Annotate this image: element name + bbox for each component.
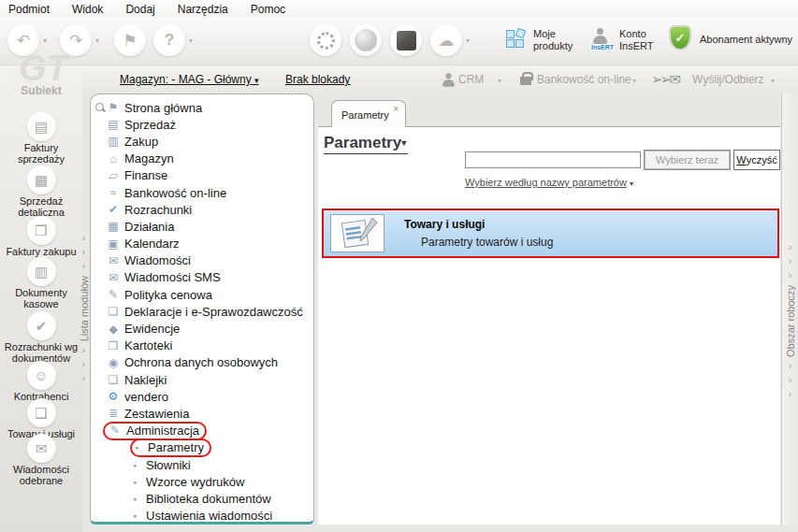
send-receive-menu[interactable]: Wyślij/Odbierz (692, 73, 764, 86)
tree-item-wiadomosci[interactable]: ✉Wiadomości (91, 252, 313, 269)
menu-narzedzia[interactable]: Narzędzia (178, 3, 228, 16)
my-products-label[interactable]: Moje produkty (533, 28, 586, 52)
crm-icon (443, 73, 455, 86)
tree-item-biblioteka-dokumentow[interactable]: Biblioteka dokumentów (91, 490, 313, 507)
banking-caret-icon[interactable] (632, 77, 636, 85)
my-products-icon[interactable] (506, 30, 525, 49)
back-caret-icon[interactable] (43, 36, 47, 45)
brand-label: Subiekt (0, 84, 82, 97)
context-bar: Magazyn: - MAG - Główny ▾ Brak blokady C… (82, 65, 798, 93)
insert-account-label[interactable]: Konto InsERT (619, 28, 662, 52)
sidebar-item-kontrahenci[interactable]: ☺ Kontrahenci (0, 361, 82, 403)
globe-icon (355, 29, 377, 51)
online-services-button[interactable] (350, 24, 382, 56)
back-arrow-icon: ↶ (17, 31, 30, 50)
chevron-right-icon[interactable]: › (789, 271, 791, 280)
bullet-icon (133, 512, 139, 519)
tree-item-finanse[interactable]: ▱Finanse (91, 167, 313, 184)
warehouse-selector[interactable]: Magazyn: - MAG - Główny ▾ (120, 73, 259, 86)
online-banking-icon: ≈ (106, 186, 121, 199)
tab-parametry[interactable]: Parametry × (331, 100, 406, 127)
chevron-right-icon[interactable]: › (789, 243, 791, 252)
parameter-search-input[interactable] (465, 151, 641, 168)
red-annotation-oval: Parametry (130, 439, 211, 457)
tree-item-rozrachunki[interactable]: ✔Rozrachunki (91, 201, 313, 218)
heading-caret-icon[interactable] (401, 137, 406, 148)
menu-podmiot[interactable]: Podmiot (8, 3, 50, 16)
chevron-right-icon[interactable]: › (789, 390, 791, 399)
banking-menu[interactable]: Bankowość on-line (537, 73, 631, 86)
bullet-icon (133, 479, 139, 485)
forward-caret-icon[interactable] (95, 36, 99, 45)
tree-item-deklaracje[interactable]: ❏Deklaracje i e-Sprawozdawczość (91, 303, 313, 320)
chevron-right-icon[interactable]: › (789, 376, 791, 385)
clear-button[interactable]: Wyczyść (733, 150, 780, 170)
sales-invoices-icon: ▤ (27, 112, 56, 141)
sidebar-item-sprzedaz-detaliczna[interactable]: ▦ Sprzedaż detaliczna (0, 165, 82, 218)
workspace-strip-label[interactable]: Obszar roboczy (785, 285, 796, 357)
tree-item-slowniki[interactable]: Słowniki (91, 456, 313, 473)
select-now-button[interactable]: Wybierz teraz (644, 150, 731, 170)
tree-item-ochrona-danych[interactable]: ◉Ochrona danych osobowych (91, 354, 313, 371)
close-tab-icon[interactable]: × (393, 104, 399, 114)
tree-item-ewidencje[interactable]: ◆Ewidencje (91, 320, 313, 337)
tree-item-kalendarz[interactable]: ▣Kalendarz (91, 236, 313, 252)
goods-services-parameter-icon (330, 214, 384, 252)
tree-item-bankowosc[interactable]: ≈Bankowość on-line (91, 184, 313, 201)
subscription-status-label: Abonament aktywny (700, 34, 798, 46)
chevron-right-icon[interactable]: › (82, 374, 85, 383)
tree-item-naklejki[interactable]: ❑Naklejki (91, 371, 313, 388)
subscription-shield-icon[interactable]: ✓ (671, 27, 689, 49)
menu-pomoc[interactable]: Pomoc (251, 3, 285, 16)
chevron-right-icon[interactable]: › (82, 234, 85, 243)
help-caret-icon[interactable] (189, 36, 193, 45)
menu-dodaj[interactable]: Dodaj (125, 3, 154, 16)
vendero-gear-icon: ⚙ (106, 390, 121, 403)
chevron-right-icon[interactable]: › (82, 346, 85, 355)
chevron-right-icon[interactable]: › (82, 360, 85, 369)
forward-arrow-icon: ↷ (69, 31, 82, 50)
lock-status-link[interactable]: Brak blokady (285, 73, 350, 86)
chevron-right-icon[interactable]: › (82, 248, 85, 257)
crm-caret-icon[interactable] (498, 77, 501, 85)
tree-item-sprzedaz[interactable]: ▤Sprzedaż (91, 116, 313, 133)
cash-documents-icon: ▥ (27, 257, 56, 286)
refresh-button[interactable] (310, 24, 341, 56)
cloud-caret-icon[interactable] (466, 36, 470, 45)
tree-item-zakup[interactable]: ▥Zakup (91, 133, 313, 150)
chevron-right-icon[interactable]: › (82, 262, 85, 271)
sidebar-item-rozrachunki[interactable]: ✔ Rozrachunki wg dokumentów (0, 311, 82, 364)
cloud-archive-button[interactable]: ☁ (430, 24, 462, 56)
crm-menu[interactable]: CRM (458, 73, 484, 86)
menu-widok[interactable]: Widok (72, 3, 103, 16)
purchase-invoices-icon: ❒ (27, 216, 56, 245)
send-receive-caret-icon[interactable] (771, 77, 775, 85)
sidebar-item-wiadomosci-odebrane[interactable]: ✉ Wiadomości odebrane (0, 434, 82, 486)
help-button[interactable]: ? (153, 24, 185, 56)
tree-item-parametry[interactable]: Parametry (91, 439, 313, 456)
tree-item-administracja[interactable]: ✎Administracja (91, 423, 313, 439)
tree-item-dzialania[interactable]: ▦Działania (91, 218, 313, 235)
sidebar-item-dokumenty-kasowe[interactable]: ▥ Dokumenty kasowe (0, 257, 82, 309)
chevron-right-icon[interactable]: › (789, 362, 791, 371)
chevron-right-icon[interactable]: › (789, 257, 791, 266)
insert-account-icon[interactable]: InsERT (593, 28, 607, 44)
sidebar-item-faktury-sprzedazy[interactable]: ▤ Faktury sprzedaży (0, 112, 82, 165)
sms-icon: ✉ (106, 271, 121, 284)
tree-item-ustawienia-wiadomosci[interactable]: Ustawienia wiadomości (91, 508, 313, 525)
cube-button[interactable] (390, 24, 422, 56)
sidebar-item-faktury-zakupu[interactable]: ❒ Faktury zakupu (0, 216, 82, 258)
filter-by-name-link[interactable]: Wybierz według nazwy parametrów (465, 177, 633, 188)
selected-parameter-item[interactable]: Towary i usługi Parametry towarów i usłu… (322, 208, 779, 258)
tree-item-polityka-cenowa[interactable]: ✎Polityka cenowa (91, 286, 313, 303)
tree-item-zestawienia[interactable]: ≣Zestawienia (91, 405, 313, 422)
tree-item-strona-glowna[interactable]: ⚑Strona główna (91, 99, 313, 116)
tree-item-wiadomosci-sms[interactable]: ✉Wiadomości SMS (91, 269, 313, 286)
tree-item-magazyn[interactable]: ⌂Magazyn (91, 151, 313, 167)
tree-item-wzorce-wydrukow[interactable]: Wzorce wydruków (91, 473, 313, 490)
tree-item-kartoteki[interactable]: ❐Kartoteki (91, 338, 313, 354)
page-title[interactable]: Parametry (324, 134, 408, 154)
module-list-strip-label[interactable]: Lista modułów (79, 276, 90, 341)
tree-item-vendero[interactable]: ⚙vendero (91, 388, 313, 405)
flag-button[interactable]: ⚑ (114, 24, 146, 56)
